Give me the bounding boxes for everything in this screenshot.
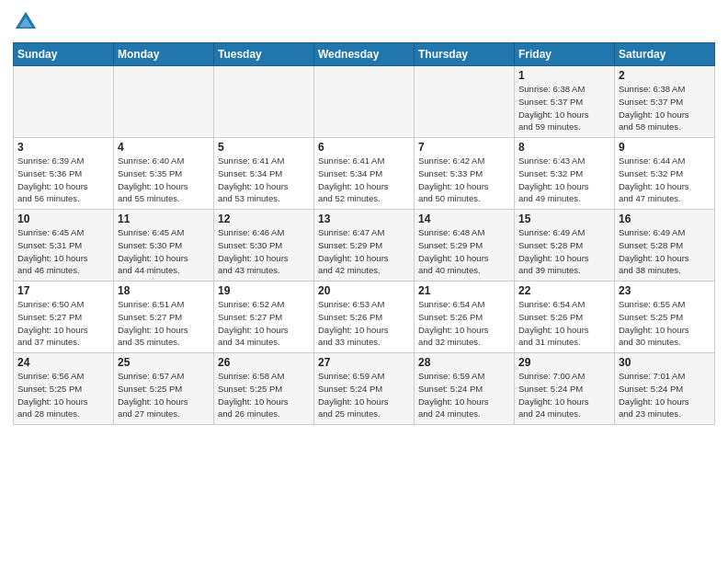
day-number: 30 — [619, 356, 711, 369]
day-cell — [415, 66, 515, 138]
day-info: Sunrise: 6:45 AM Sunset: 5:30 PM Dayligh… — [118, 226, 210, 277]
day-cell: 9Sunrise: 6:44 AM Sunset: 5:32 PM Daylig… — [615, 138, 715, 210]
weekday-saturday: Saturday — [615, 43, 715, 66]
day-cell: 11Sunrise: 6:45 AM Sunset: 5:30 PM Dayli… — [114, 210, 214, 282]
day-number: 12 — [218, 213, 310, 225]
day-cell: 19Sunrise: 6:52 AM Sunset: 5:27 PM Dayli… — [214, 282, 314, 353]
day-cell: 29Sunrise: 7:00 AM Sunset: 5:24 PM Dayli… — [515, 353, 615, 425]
day-cell: 16Sunrise: 6:49 AM Sunset: 5:28 PM Dayli… — [615, 210, 715, 282]
day-number: 17 — [17, 284, 109, 297]
day-info: Sunrise: 6:57 AM Sunset: 5:25 PM Dayligh… — [118, 370, 210, 420]
day-number: 15 — [518, 213, 610, 225]
day-cell: 26Sunrise: 6:58 AM Sunset: 5:25 PM Dayli… — [214, 353, 314, 425]
day-cell: 24Sunrise: 6:56 AM Sunset: 5:25 PM Dayli… — [14, 353, 114, 425]
day-info: Sunrise: 7:00 AM Sunset: 5:24 PM Dayligh… — [518, 370, 610, 420]
day-number: 16 — [619, 213, 711, 225]
day-info: Sunrise: 6:48 AM Sunset: 5:29 PM Dayligh… — [418, 226, 510, 277]
day-number: 26 — [218, 356, 310, 369]
day-info: Sunrise: 6:39 AM Sunset: 5:36 PM Dayligh… — [17, 155, 109, 205]
day-info: Sunrise: 6:38 AM Sunset: 5:37 PM Dayligh… — [619, 83, 711, 133]
day-number: 4 — [118, 141, 210, 154]
page: SundayMondayTuesdayWednesdayThursdayFrid… — [0, 0, 728, 434]
day-cell: 1Sunrise: 6:38 AM Sunset: 5:37 PM Daylig… — [515, 66, 615, 138]
day-number: 29 — [518, 356, 610, 369]
day-cell: 28Sunrise: 6:59 AM Sunset: 5:24 PM Dayli… — [415, 353, 515, 425]
day-cell — [114, 66, 214, 138]
day-info: Sunrise: 6:42 AM Sunset: 5:33 PM Dayligh… — [418, 155, 510, 205]
week-row-1: 1Sunrise: 6:38 AM Sunset: 5:37 PM Daylig… — [14, 66, 715, 138]
day-info: Sunrise: 6:49 AM Sunset: 5:28 PM Dayligh… — [518, 226, 610, 277]
day-info: Sunrise: 6:45 AM Sunset: 5:31 PM Dayligh… — [17, 226, 109, 277]
day-number: 6 — [318, 141, 410, 154]
day-number: 1 — [518, 69, 610, 82]
weekday-monday: Monday — [114, 43, 214, 66]
header — [13, 9, 715, 35]
day-info: Sunrise: 6:44 AM Sunset: 5:32 PM Dayligh… — [619, 155, 711, 205]
day-info: Sunrise: 6:52 AM Sunset: 5:27 PM Dayligh… — [218, 298, 310, 349]
day-number: 2 — [619, 69, 711, 82]
day-cell: 7Sunrise: 6:42 AM Sunset: 5:33 PM Daylig… — [415, 138, 515, 210]
logo-icon — [13, 9, 39, 35]
day-cell: 14Sunrise: 6:48 AM Sunset: 5:29 PM Dayli… — [415, 210, 515, 282]
week-row-3: 10Sunrise: 6:45 AM Sunset: 5:31 PM Dayli… — [14, 210, 715, 282]
day-number: 3 — [17, 141, 109, 154]
day-info: Sunrise: 6:41 AM Sunset: 5:34 PM Dayligh… — [318, 155, 410, 205]
weekday-thursday: Thursday — [415, 43, 515, 66]
day-cell: 4Sunrise: 6:40 AM Sunset: 5:35 PM Daylig… — [114, 138, 214, 210]
day-number: 10 — [17, 213, 109, 225]
day-cell: 23Sunrise: 6:55 AM Sunset: 5:25 PM Dayli… — [615, 282, 715, 353]
day-number: 21 — [418, 284, 510, 297]
day-cell: 25Sunrise: 6:57 AM Sunset: 5:25 PM Dayli… — [114, 353, 214, 425]
day-cell: 10Sunrise: 6:45 AM Sunset: 5:31 PM Dayli… — [14, 210, 114, 282]
weekday-tuesday: Tuesday — [214, 43, 314, 66]
day-cell: 3Sunrise: 6:39 AM Sunset: 5:36 PM Daylig… — [14, 138, 114, 210]
day-number: 11 — [118, 213, 210, 225]
day-cell: 6Sunrise: 6:41 AM Sunset: 5:34 PM Daylig… — [314, 138, 415, 210]
day-number: 8 — [518, 141, 610, 154]
day-number: 20 — [318, 284, 410, 297]
day-number: 28 — [418, 356, 510, 369]
day-number: 5 — [218, 141, 310, 154]
day-cell: 21Sunrise: 6:54 AM Sunset: 5:26 PM Dayli… — [415, 282, 515, 353]
day-info: Sunrise: 6:40 AM Sunset: 5:35 PM Dayligh… — [118, 155, 210, 205]
day-cell: 15Sunrise: 6:49 AM Sunset: 5:28 PM Dayli… — [515, 210, 615, 282]
day-cell — [314, 66, 415, 138]
day-number: 9 — [619, 141, 711, 154]
day-number: 13 — [318, 213, 410, 225]
weekday-header-row: SundayMondayTuesdayWednesdayThursdayFrid… — [14, 43, 715, 66]
day-info: Sunrise: 6:55 AM Sunset: 5:25 PM Dayligh… — [619, 298, 711, 349]
day-number: 27 — [318, 356, 410, 369]
day-cell: 27Sunrise: 6:59 AM Sunset: 5:24 PM Dayli… — [314, 353, 415, 425]
day-info: Sunrise: 6:47 AM Sunset: 5:29 PM Dayligh… — [318, 226, 410, 277]
day-info: Sunrise: 6:58 AM Sunset: 5:25 PM Dayligh… — [218, 370, 310, 420]
day-info: Sunrise: 6:59 AM Sunset: 5:24 PM Dayligh… — [418, 370, 510, 420]
day-number: 7 — [418, 141, 510, 154]
week-row-5: 24Sunrise: 6:56 AM Sunset: 5:25 PM Dayli… — [14, 353, 715, 425]
day-cell: 17Sunrise: 6:50 AM Sunset: 5:27 PM Dayli… — [14, 282, 114, 353]
day-info: Sunrise: 6:51 AM Sunset: 5:27 PM Dayligh… — [118, 298, 210, 349]
day-cell: 12Sunrise: 6:46 AM Sunset: 5:30 PM Dayli… — [214, 210, 314, 282]
week-row-2: 3Sunrise: 6:39 AM Sunset: 5:36 PM Daylig… — [14, 138, 715, 210]
day-info: Sunrise: 6:38 AM Sunset: 5:37 PM Dayligh… — [518, 83, 610, 133]
calendar: SundayMondayTuesdayWednesdayThursdayFrid… — [13, 42, 715, 425]
day-number: 19 — [218, 284, 310, 297]
day-number: 18 — [118, 284, 210, 297]
day-info: Sunrise: 6:59 AM Sunset: 5:24 PM Dayligh… — [318, 370, 410, 420]
day-number: 14 — [418, 213, 510, 225]
day-number: 22 — [518, 284, 610, 297]
weekday-wednesday: Wednesday — [314, 43, 415, 66]
day-cell: 18Sunrise: 6:51 AM Sunset: 5:27 PM Dayli… — [114, 282, 214, 353]
week-row-4: 17Sunrise: 6:50 AM Sunset: 5:27 PM Dayli… — [14, 282, 715, 353]
day-cell: 5Sunrise: 6:41 AM Sunset: 5:34 PM Daylig… — [214, 138, 314, 210]
day-info: Sunrise: 6:49 AM Sunset: 5:28 PM Dayligh… — [619, 226, 711, 277]
day-info: Sunrise: 6:41 AM Sunset: 5:34 PM Dayligh… — [218, 155, 310, 205]
day-number: 24 — [17, 356, 109, 369]
day-cell: 30Sunrise: 7:01 AM Sunset: 5:24 PM Dayli… — [615, 353, 715, 425]
day-number: 23 — [619, 284, 711, 297]
day-cell: 8Sunrise: 6:43 AM Sunset: 5:32 PM Daylig… — [515, 138, 615, 210]
weekday-sunday: Sunday — [14, 43, 114, 66]
day-cell — [14, 66, 114, 138]
day-info: Sunrise: 6:54 AM Sunset: 5:26 PM Dayligh… — [518, 298, 610, 349]
day-info: Sunrise: 6:43 AM Sunset: 5:32 PM Dayligh… — [518, 155, 610, 205]
day-cell: 2Sunrise: 6:38 AM Sunset: 5:37 PM Daylig… — [615, 66, 715, 138]
